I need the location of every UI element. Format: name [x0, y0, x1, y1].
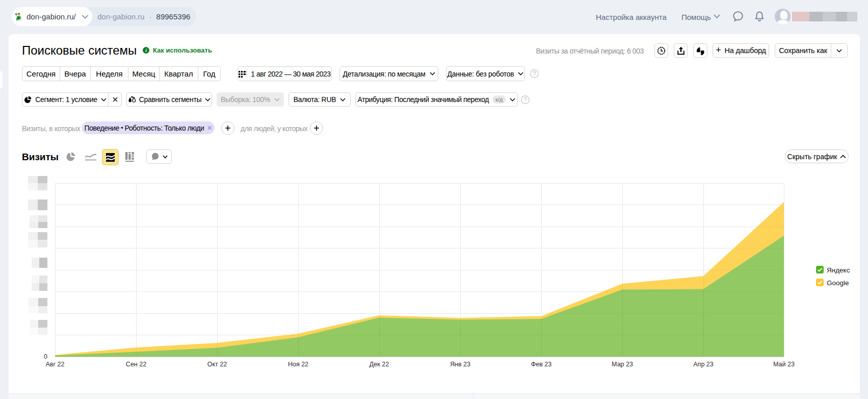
svg-text:Авг 22: Авг 22: [46, 361, 65, 368]
svg-text:Сен 22: Сен 22: [126, 361, 146, 368]
svg-text:0: 0: [44, 353, 47, 360]
svg-text:Янв 23: Янв 23: [450, 361, 470, 368]
svg-text:Дек 22: Дек 22: [370, 361, 389, 368]
svg-text:Апр 23: Апр 23: [693, 361, 713, 368]
svg-text:Фев 23: Фев 23: [531, 361, 552, 368]
svg-text:Ноя 22: Ноя 22: [288, 361, 308, 368]
svg-text:Май 23: Май 23: [773, 361, 795, 368]
svg-text:Мар 23: Мар 23: [612, 361, 633, 368]
svg-text:Окт 22: Окт 22: [207, 361, 227, 368]
